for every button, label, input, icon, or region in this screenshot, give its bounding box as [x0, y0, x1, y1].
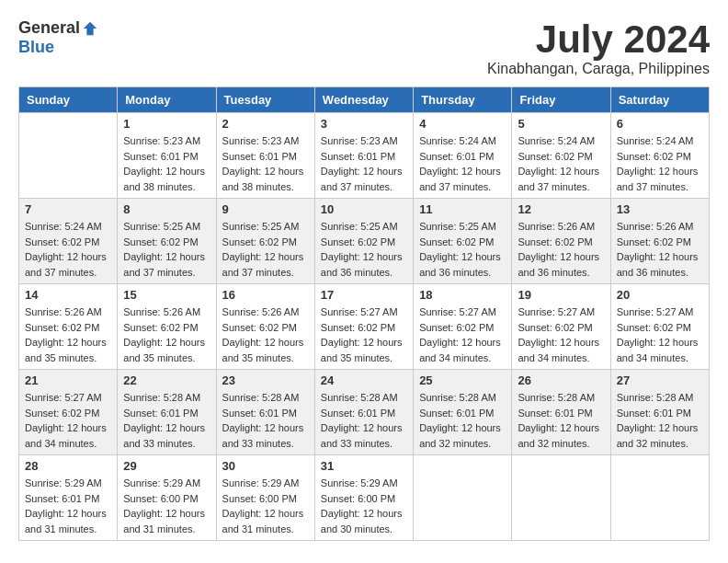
calendar-cell: 21 Sunrise: 5:27 AMSunset: 6:02 PMDaylig… [19, 370, 118, 455]
day-number: 28 [25, 459, 111, 473]
day-info: Sunrise: 5:23 AMSunset: 6:01 PMDaylight:… [222, 133, 309, 194]
calendar-cell: 20 Sunrise: 5:27 AMSunset: 6:02 PMDaylig… [610, 284, 709, 370]
day-number: 7 [25, 202, 111, 216]
day-number: 4 [419, 117, 506, 131]
day-info: Sunrise: 5:24 AMSunset: 6:02 PMDaylight:… [518, 133, 604, 194]
day-info: Sunrise: 5:27 AMSunset: 6:02 PMDaylight:… [518, 304, 604, 365]
calendar-cell [19, 113, 118, 199]
calendar-cell: 2 Sunrise: 5:23 AMSunset: 6:01 PMDayligh… [216, 113, 314, 199]
weekday-header: Thursday [414, 87, 512, 113]
day-info: Sunrise: 5:25 AMSunset: 6:02 PMDaylight:… [123, 219, 210, 280]
day-number: 31 [321, 459, 407, 473]
calendar-cell: 24 Sunrise: 5:28 AMSunset: 6:01 PMDaylig… [314, 370, 413, 455]
day-info: Sunrise: 5:25 AMSunset: 6:02 PMDaylight:… [419, 219, 506, 280]
day-info: Sunrise: 5:23 AMSunset: 6:01 PMDaylight:… [123, 133, 210, 194]
calendar-cell [610, 455, 709, 541]
day-number: 1 [123, 117, 210, 131]
calendar-cell: 10 Sunrise: 5:25 AMSunset: 6:02 PMDaylig… [314, 199, 413, 284]
calendar-cell: 3 Sunrise: 5:23 AMSunset: 6:01 PMDayligh… [314, 113, 413, 199]
day-info: Sunrise: 5:29 AMSunset: 6:01 PMDaylight:… [25, 476, 111, 536]
day-info: Sunrise: 5:27 AMSunset: 6:02 PMDaylight:… [617, 304, 703, 365]
calendar-cell: 17 Sunrise: 5:27 AMSunset: 6:02 PMDaylig… [314, 284, 413, 370]
day-info: Sunrise: 5:25 AMSunset: 6:02 PMDaylight:… [321, 219, 407, 280]
day-number: 8 [123, 202, 210, 216]
day-info: Sunrise: 5:28 AMSunset: 6:01 PMDaylight:… [518, 390, 604, 451]
logo-icon [82, 20, 98, 37]
location-title: Kinabhangan, Caraga, Philippines [487, 61, 710, 77]
calendar-cell: 26 Sunrise: 5:28 AMSunset: 6:01 PMDaylig… [512, 370, 610, 455]
day-info: Sunrise: 5:28 AMSunset: 6:01 PMDaylight:… [321, 390, 407, 451]
logo: General Blue [18, 18, 98, 57]
day-info: Sunrise: 5:27 AMSunset: 6:02 PMDaylight:… [321, 304, 407, 365]
day-info: Sunrise: 5:28 AMSunset: 6:01 PMDaylight:… [617, 390, 703, 451]
day-info: Sunrise: 5:24 AMSunset: 6:01 PMDaylight:… [419, 133, 506, 194]
calendar-cell: 5 Sunrise: 5:24 AMSunset: 6:02 PMDayligh… [512, 113, 610, 199]
calendar-cell [512, 455, 610, 541]
calendar-cell: 6 Sunrise: 5:24 AMSunset: 6:02 PMDayligh… [610, 113, 709, 199]
day-number: 26 [518, 373, 604, 387]
calendar-cell: 8 Sunrise: 5:25 AMSunset: 6:02 PMDayligh… [118, 199, 216, 284]
calendar-cell: 19 Sunrise: 5:27 AMSunset: 6:02 PMDaylig… [512, 284, 610, 370]
day-number: 18 [419, 288, 506, 302]
weekday-header: Friday [512, 87, 610, 113]
calendar-cell: 1 Sunrise: 5:23 AMSunset: 6:01 PMDayligh… [118, 113, 216, 199]
day-number: 21 [25, 373, 111, 387]
day-number: 6 [617, 117, 703, 131]
weekday-header: Saturday [610, 87, 709, 113]
day-info: Sunrise: 5:28 AMSunset: 6:01 PMDaylight:… [222, 390, 309, 451]
day-number: 11 [419, 202, 506, 216]
day-info: Sunrise: 5:29 AMSunset: 6:00 PMDaylight:… [123, 476, 210, 536]
day-number: 20 [617, 288, 703, 302]
calendar-cell: 27 Sunrise: 5:28 AMSunset: 6:01 PMDaylig… [610, 370, 709, 455]
calendar-cell: 29 Sunrise: 5:29 AMSunset: 6:00 PMDaylig… [118, 455, 216, 541]
day-number: 25 [419, 373, 506, 387]
calendar-cell: 9 Sunrise: 5:25 AMSunset: 6:02 PMDayligh… [216, 199, 314, 284]
calendar-cell: 16 Sunrise: 5:26 AMSunset: 6:02 PMDaylig… [216, 284, 314, 370]
day-number: 9 [222, 202, 309, 216]
day-info: Sunrise: 5:28 AMSunset: 6:01 PMDaylight:… [419, 390, 506, 451]
month-year-title: July 2024 [487, 18, 710, 61]
calendar-cell: 30 Sunrise: 5:29 AMSunset: 6:00 PMDaylig… [216, 455, 314, 541]
day-info: Sunrise: 5:26 AMSunset: 6:02 PMDaylight:… [617, 219, 703, 280]
day-info: Sunrise: 5:23 AMSunset: 6:01 PMDaylight:… [321, 133, 407, 194]
day-number: 3 [321, 117, 407, 131]
day-info: Sunrise: 5:25 AMSunset: 6:02 PMDaylight:… [222, 219, 309, 280]
day-info: Sunrise: 5:26 AMSunset: 6:02 PMDaylight:… [518, 219, 604, 280]
calendar-cell: 15 Sunrise: 5:26 AMSunset: 6:02 PMDaylig… [118, 284, 216, 370]
day-number: 19 [518, 288, 604, 302]
calendar-cell: 7 Sunrise: 5:24 AMSunset: 6:02 PMDayligh… [19, 199, 118, 284]
title-section: July 2024 Kinabhangan, Caraga, Philippin… [487, 18, 710, 77]
day-number: 24 [321, 373, 407, 387]
day-info: Sunrise: 5:26 AMSunset: 6:02 PMDaylight:… [123, 304, 210, 365]
calendar-cell: 23 Sunrise: 5:28 AMSunset: 6:01 PMDaylig… [216, 370, 314, 455]
calendar-cell: 12 Sunrise: 5:26 AMSunset: 6:02 PMDaylig… [512, 199, 610, 284]
day-info: Sunrise: 5:29 AMSunset: 6:00 PMDaylight:… [321, 476, 407, 536]
day-number: 12 [518, 202, 604, 216]
day-number: 17 [321, 288, 407, 302]
day-number: 16 [222, 288, 309, 302]
weekday-header: Wednesday [314, 87, 413, 113]
calendar-cell: 14 Sunrise: 5:26 AMSunset: 6:02 PMDaylig… [19, 284, 118, 370]
calendar-cell: 31 Sunrise: 5:29 AMSunset: 6:00 PMDaylig… [314, 455, 413, 541]
day-number: 22 [123, 373, 210, 387]
day-info: Sunrise: 5:27 AMSunset: 6:02 PMDaylight:… [419, 304, 506, 365]
calendar-cell: 22 Sunrise: 5:28 AMSunset: 6:01 PMDaylig… [118, 370, 216, 455]
calendar-cell: 13 Sunrise: 5:26 AMSunset: 6:02 PMDaylig… [610, 199, 709, 284]
logo-general: General [18, 18, 80, 38]
day-info: Sunrise: 5:27 AMSunset: 6:02 PMDaylight:… [25, 390, 111, 451]
day-number: 15 [123, 288, 210, 302]
day-number: 5 [518, 117, 604, 131]
day-number: 2 [222, 117, 309, 131]
calendar-table: SundayMondayTuesdayWednesdayThursdayFrid… [18, 86, 710, 541]
logo-blue: Blue [18, 38, 54, 57]
weekday-header: Monday [118, 87, 216, 113]
day-info: Sunrise: 5:24 AMSunset: 6:02 PMDaylight:… [617, 133, 703, 194]
day-info: Sunrise: 5:28 AMSunset: 6:01 PMDaylight:… [123, 390, 210, 451]
page-header: General Blue July 2024 Kinabhangan, Cara… [18, 18, 710, 77]
calendar-cell: 25 Sunrise: 5:28 AMSunset: 6:01 PMDaylig… [414, 370, 512, 455]
calendar-cell: 4 Sunrise: 5:24 AMSunset: 6:01 PMDayligh… [414, 113, 512, 199]
day-number: 10 [321, 202, 407, 216]
day-number: 14 [25, 288, 111, 302]
calendar-cell: 28 Sunrise: 5:29 AMSunset: 6:01 PMDaylig… [19, 455, 118, 541]
weekday-header: Sunday [19, 87, 118, 113]
